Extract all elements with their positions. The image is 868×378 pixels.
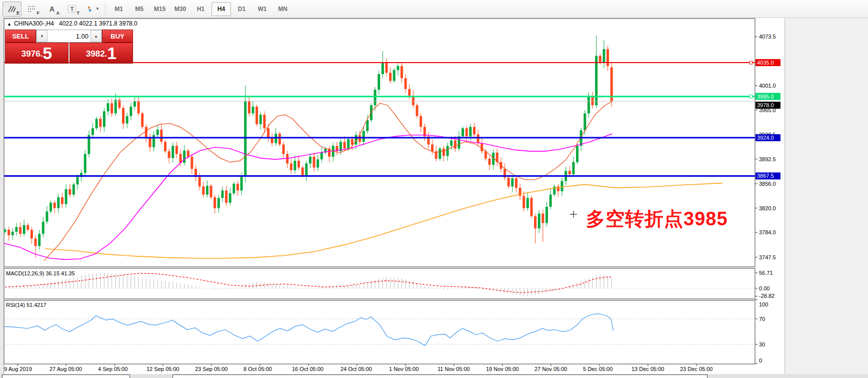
candle (294, 161, 296, 170)
candle (130, 107, 132, 116)
candle (267, 128, 270, 138)
candle (576, 146, 578, 162)
candle (526, 198, 529, 208)
candle (599, 56, 602, 63)
candle (550, 195, 552, 207)
candle (382, 63, 384, 74)
line-handle[interactable] (750, 95, 752, 98)
svg-text:1 Nov 05:00: 1 Nov 05:00 (389, 366, 418, 372)
candle (156, 130, 159, 135)
candle (172, 146, 174, 158)
text-box-t-icon[interactable]: TT (62, 2, 82, 17)
bid-price-button[interactable]: 3976.5 (5, 43, 68, 64)
chart-pen-e-icon[interactable]: E (2, 2, 22, 17)
macd-panel[interactable] (4, 268, 755, 299)
candle (515, 178, 518, 188)
icon-letter: E (16, 11, 20, 16)
candle (183, 151, 186, 163)
timeframe-button-mn[interactable]: MN (273, 2, 292, 16)
candle (530, 198, 532, 216)
timeframe-button-w1[interactable]: W1 (252, 2, 272, 16)
candle (134, 101, 136, 107)
candle (260, 115, 262, 124)
icon-letter: A (56, 11, 60, 16)
candle (278, 134, 281, 145)
candle (386, 63, 388, 73)
svg-text:13 Dec 05:00: 13 Dec 05:00 (632, 366, 664, 372)
candle (202, 186, 204, 194)
candle (15, 227, 18, 232)
volume-decrease-button[interactable]: ▼ (36, 30, 48, 42)
collapse-triangle-icon[interactable]: ▲ (7, 22, 12, 27)
timeframe-button-m5[interactable]: M5 (130, 2, 149, 16)
chart-text-annotation[interactable]: 多空转折点3985 (586, 206, 728, 232)
candle (240, 176, 243, 191)
timeframe-button-m1[interactable]: M1 (109, 2, 128, 16)
candle (232, 184, 235, 193)
candle (99, 119, 102, 127)
candle (103, 111, 106, 127)
volume-stepper: ▼ ▲ (36, 30, 102, 43)
volume-increase-button[interactable]: ▲ (90, 30, 102, 42)
candle (214, 197, 216, 208)
timeframe-button-h1[interactable]: H1 (191, 2, 210, 16)
ask-price-small: 3982. (86, 47, 108, 62)
line-handle[interactable] (750, 61, 752, 64)
buy-button[interactable]: BUY (102, 30, 133, 43)
workspace-gap (784, 19, 868, 378)
svg-text:3820.0: 3820.0 (759, 205, 776, 211)
sort-arrows-icon[interactable]: ▼ (82, 2, 102, 17)
timeframe-button-d1[interactable]: D1 (232, 2, 252, 16)
timeframe-button-m15[interactable]: M15 (150, 2, 170, 16)
ask-price-button[interactable]: 3982.1 (70, 43, 133, 64)
candle (400, 66, 403, 78)
timeframe-toolbar: M1M5M15M30H1H4D1W1MN (108, 2, 293, 16)
candle (592, 97, 594, 106)
candle (538, 213, 540, 228)
candle (488, 159, 491, 165)
candle (126, 116, 128, 124)
timeframe-button-h4[interactable]: H4 (212, 2, 231, 16)
volume-input[interactable] (48, 32, 90, 41)
svg-text:3747.5: 3747.5 (759, 254, 776, 260)
candle (302, 168, 304, 176)
candle (84, 154, 86, 173)
timeframe-button-m30[interactable]: M30 (170, 2, 190, 16)
candle (282, 145, 284, 154)
candle (4, 230, 6, 232)
top-toolbar: EFAATT▼ M1M5M15M30H1H4D1W1MN (0, 0, 868, 18)
chart-title-bar: ▲CHINA300-,H44022.0 4022.1 3971.8 3978.0 (7, 20, 138, 27)
candle (225, 191, 228, 203)
rsi-panel[interactable] (4, 300, 755, 364)
svg-text:3978.0: 3978.0 (757, 102, 774, 108)
candle (12, 232, 14, 235)
bid-price-big: 5 (42, 45, 52, 62)
svg-text:3924.0: 3924.0 (757, 135, 774, 141)
candle (290, 163, 292, 170)
candle (252, 107, 254, 114)
candle (198, 177, 201, 186)
candle (473, 127, 476, 134)
candle (34, 238, 37, 246)
rsi-label: RSI(14) 51.4217 (6, 302, 46, 308)
letter-a-icon[interactable]: AA (42, 2, 62, 17)
svg-text:16 Oct 05:00: 16 Oct 05:00 (292, 366, 324, 372)
svg-text:0: 0 (759, 357, 762, 363)
candle (466, 128, 468, 136)
candle (38, 234, 40, 246)
candle (309, 157, 312, 164)
candle (366, 120, 368, 131)
ohlc-values: 4022.0 4022.1 3971.8 3978.0 (59, 20, 138, 27)
svg-text:27 Nov 05:00: 27 Nov 05:00 (534, 366, 567, 372)
grid-f-icon[interactable]: F (22, 2, 42, 17)
object-toolbar: EFAATT▼ (2, 2, 102, 17)
svg-text:30: 30 (759, 341, 765, 347)
candle (480, 143, 483, 151)
one-click-trading-panel: SELL ▼ ▲ BUY 3976.5 3982.1 (5, 30, 133, 64)
toolbar-separator (105, 3, 106, 16)
candle (263, 115, 266, 128)
window-left-frame (0, 19, 4, 378)
sell-button[interactable]: SELL (5, 30, 36, 43)
candle (511, 178, 514, 186)
candle (546, 207, 548, 223)
